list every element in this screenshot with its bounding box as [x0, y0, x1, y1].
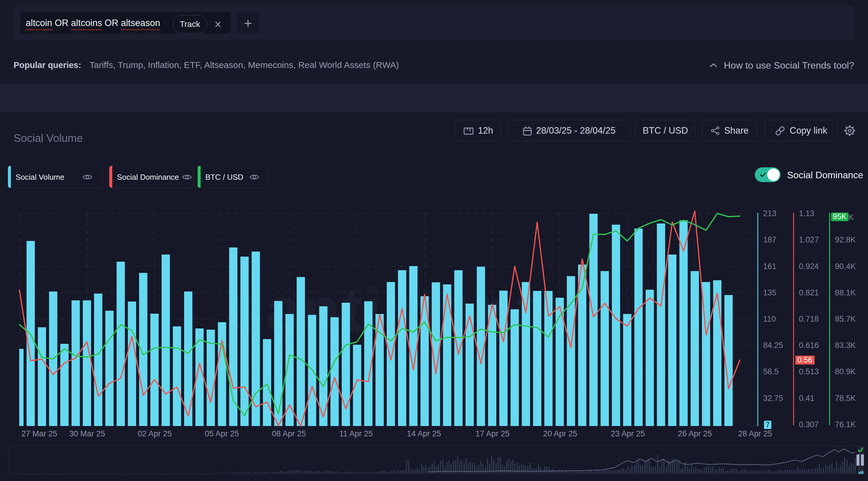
svg-text:213: 213: [763, 209, 776, 218]
svg-text:187: 187: [763, 235, 776, 244]
svg-text:1.027: 1.027: [799, 235, 819, 244]
svg-text:23 Apr 25: 23 Apr 25: [611, 429, 645, 438]
svg-text:K: K: [848, 213, 854, 222]
svg-text:17 Apr 25: 17 Apr 25: [475, 429, 509, 438]
svg-text:90.4K: 90.4K: [835, 262, 856, 271]
svg-text:78.5K: 78.5K: [835, 394, 856, 403]
svg-text:02 Apr 25: 02 Apr 25: [138, 429, 172, 438]
svg-text:32.75: 32.75: [763, 394, 783, 403]
svg-text:135: 135: [763, 288, 776, 297]
svg-text:80.9K: 80.9K: [835, 367, 856, 376]
svg-text:26 Apr 25: 26 Apr 25: [678, 429, 712, 438]
svg-text:20 Apr 25: 20 Apr 25: [543, 429, 577, 438]
svg-text:84.25: 84.25: [763, 341, 783, 350]
svg-text:83.3K: 83.3K: [835, 341, 856, 350]
svg-text:0.513: 0.513: [799, 367, 819, 376]
svg-text:08 Apr 25: 08 Apr 25: [272, 429, 306, 438]
svg-text:0.821: 0.821: [799, 288, 819, 297]
svg-text:14 Apr 25: 14 Apr 25: [407, 429, 441, 438]
svg-text:7: 7: [766, 421, 770, 429]
svg-text:11 Apr 25: 11 Apr 25: [339, 429, 373, 438]
svg-text:110: 110: [763, 314, 776, 324]
svg-text:88.1K: 88.1K: [835, 288, 856, 297]
svg-text:85.7K: 85.7K: [835, 314, 856, 324]
svg-text:0.307: 0.307: [799, 420, 819, 429]
svg-text:76.1K: 76.1K: [835, 420, 856, 429]
svg-text:161: 161: [763, 262, 776, 271]
svg-text:0.56: 0.56: [797, 355, 812, 364]
svg-text:1.13: 1.13: [799, 209, 814, 218]
svg-text:0.616: 0.616: [799, 341, 819, 350]
svg-text:58.5: 58.5: [763, 367, 779, 376]
svg-text:92.8K: 92.8K: [835, 235, 856, 244]
svg-text:95K: 95K: [833, 212, 847, 221]
svg-text:05 Apr 25: 05 Apr 25: [205, 429, 239, 438]
svg-text:0.718: 0.718: [799, 314, 819, 324]
svg-text:0.924: 0.924: [799, 262, 819, 271]
svg-text:0.41: 0.41: [799, 394, 814, 403]
svg-text:30 Mar 25: 30 Mar 25: [69, 429, 105, 438]
svg-text:28 Apr 25: 28 Apr 25: [738, 429, 772, 438]
svg-text:27 Mar 25: 27 Mar 25: [21, 429, 57, 438]
